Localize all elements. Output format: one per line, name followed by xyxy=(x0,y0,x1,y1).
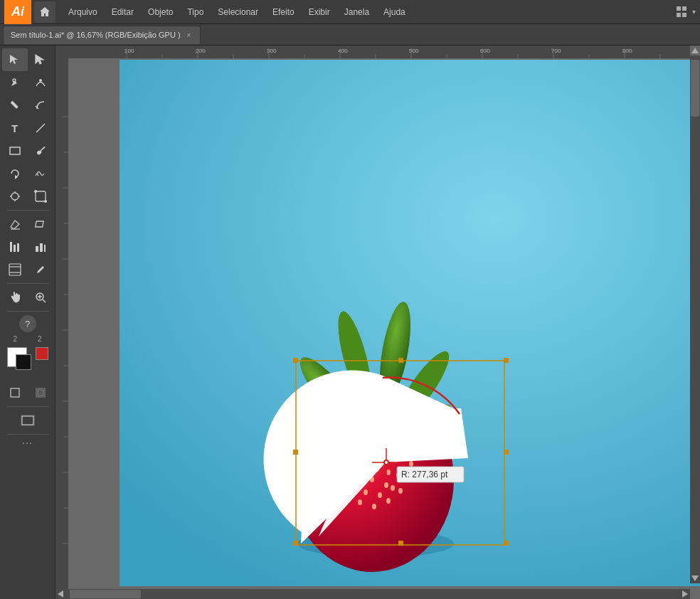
menu-tipo[interactable]: Tipo xyxy=(180,4,211,20)
svg-rect-34 xyxy=(22,416,33,425)
svg-rect-23 xyxy=(44,245,46,252)
svg-rect-126 xyxy=(293,358,298,363)
workspace-switcher-icon[interactable] xyxy=(677,6,688,18)
document-tab[interactable]: Sem título-1.ai* @ 16,67% (RGB/Exibição … xyxy=(3,26,201,44)
svg-rect-6 xyxy=(10,147,20,154)
svg-rect-131 xyxy=(398,541,403,546)
svg-point-14 xyxy=(34,190,37,193)
main-layout: T xyxy=(0,46,700,599)
help-button[interactable]: ? xyxy=(19,315,36,332)
direct-selection-tool-button[interactable] xyxy=(28,48,53,71)
ruler-left xyxy=(55,46,68,599)
svg-marker-137 xyxy=(691,576,699,581)
hand-tool-button[interactable] xyxy=(2,286,28,309)
svg-rect-24 xyxy=(9,264,21,275)
svg-text:200: 200 xyxy=(196,48,206,54)
svg-rect-31 xyxy=(11,388,19,397)
menu-selecionar[interactable]: Selecionar xyxy=(211,4,265,20)
svg-rect-132 xyxy=(293,450,298,455)
svg-text:R: 277,36 pt: R: 277,36 pt xyxy=(401,470,448,479)
svg-rect-130 xyxy=(398,358,403,363)
menu-right: ▾ xyxy=(677,6,696,18)
shear-tool-button[interactable] xyxy=(28,213,53,235)
svg-line-5 xyxy=(36,124,45,132)
svg-rect-4 xyxy=(10,101,18,109)
type-tool-button[interactable]: T xyxy=(2,117,28,139)
graph-data-button[interactable] xyxy=(2,235,28,258)
scroll-thumb-vertical[interactable] xyxy=(691,60,699,117)
svg-point-94 xyxy=(398,488,403,494)
svg-text:300: 300 xyxy=(267,48,277,54)
zoom-tool-button[interactable] xyxy=(28,286,53,309)
menu-efeito[interactable]: Efeito xyxy=(265,4,302,20)
svg-rect-62 xyxy=(55,46,68,599)
svg-text:600: 600 xyxy=(480,48,490,54)
svg-rect-13 xyxy=(36,191,46,201)
color-indicator[interactable] xyxy=(36,347,48,360)
menu-items: Arquivo Editar Objeto Tipo Selecionar Ef… xyxy=(61,4,413,20)
eraser-tool-button[interactable] xyxy=(2,213,28,235)
pencil-tool-button[interactable] xyxy=(2,94,28,117)
selection-tool-button[interactable] xyxy=(2,48,28,71)
curvature-tool-button[interactable] xyxy=(28,71,53,94)
svg-rect-129 xyxy=(504,541,509,546)
draw-mode-normal-button[interactable] xyxy=(2,381,28,404)
svg-text:400: 400 xyxy=(338,48,348,54)
eyedropper-tool-button[interactable] xyxy=(28,258,53,281)
menu-arquivo[interactable]: Arquivo xyxy=(61,4,105,20)
horizontal-scrollbar[interactable] xyxy=(55,589,690,599)
svg-point-3 xyxy=(39,79,42,82)
tab-bar: Sem título-1.ai* @ 16,67% (RGB/Exibição … xyxy=(0,24,700,46)
svg-line-28 xyxy=(43,300,46,302)
home-button[interactable] xyxy=(34,1,55,23)
svg-marker-139 xyxy=(682,590,688,598)
svg-point-116 xyxy=(386,470,391,475)
screen-mode-button[interactable] xyxy=(15,409,41,432)
svg-point-95 xyxy=(386,498,391,504)
reshape-tool-button[interactable] xyxy=(28,185,53,208)
svg-point-108 xyxy=(391,485,395,491)
symbol-tool-button[interactable] xyxy=(2,258,28,281)
svg-rect-17 xyxy=(35,221,43,227)
svg-marker-0 xyxy=(10,55,18,64)
workspace-chevron-icon[interactable]: ▾ xyxy=(692,8,696,16)
warp-tool-button[interactable] xyxy=(28,162,53,185)
pen-tool-button[interactable] xyxy=(2,71,28,94)
stroke-swatch[interactable] xyxy=(16,354,31,370)
menu-editar[interactable]: Editar xyxy=(105,4,141,20)
menu-exibir[interactable]: Exibir xyxy=(302,4,337,20)
menu-ajuda[interactable]: Ajuda xyxy=(376,4,413,20)
scroll-right-button[interactable] xyxy=(680,589,690,599)
canvas-area[interactable]: 100 200 300 400 500 600 700 800 xyxy=(55,46,700,599)
svg-text:800: 800 xyxy=(622,48,632,54)
svg-point-96 xyxy=(372,504,376,509)
tab-close-button[interactable]: × xyxy=(185,31,193,40)
vertical-scrollbar[interactable] xyxy=(690,46,700,583)
menu-objeto[interactable]: Objeto xyxy=(141,4,180,20)
svg-rect-21 xyxy=(36,246,38,252)
menu-janela[interactable]: Janela xyxy=(337,4,376,20)
svg-point-109 xyxy=(378,492,382,498)
svg-point-110 xyxy=(364,489,368,495)
draw-mode-back-button[interactable] xyxy=(28,381,53,404)
rectangle-tool-button[interactable] xyxy=(2,139,28,162)
svg-point-117 xyxy=(384,482,388,488)
svg-point-15 xyxy=(44,200,47,203)
artboard: R: 277,36 pt xyxy=(120,60,700,586)
scroll-left-button[interactable] xyxy=(55,589,65,599)
ruler-top: 100 200 300 400 500 600 700 800 xyxy=(55,46,700,58)
svg-rect-20 xyxy=(17,243,19,252)
scroll-thumb-horizontal[interactable] xyxy=(70,590,141,598)
svg-rect-133 xyxy=(504,450,509,455)
smooth-tool-button[interactable] xyxy=(28,94,53,117)
more-tools-button[interactable]: ··· xyxy=(22,437,33,448)
rotate-tool-button[interactable] xyxy=(2,162,28,185)
svg-rect-33 xyxy=(38,390,43,396)
scroll-down-button[interactable] xyxy=(690,573,700,583)
line-tool-button[interactable] xyxy=(28,117,53,139)
scroll-up-button[interactable] xyxy=(690,46,700,55)
column-graph-button[interactable] xyxy=(28,235,53,258)
scale-tool-button[interactable] xyxy=(2,185,28,208)
tab-title: Sem título-1.ai* @ 16,67% (RGB/Exibição … xyxy=(11,31,181,39)
paintbrush-tool-button[interactable] xyxy=(28,139,53,162)
